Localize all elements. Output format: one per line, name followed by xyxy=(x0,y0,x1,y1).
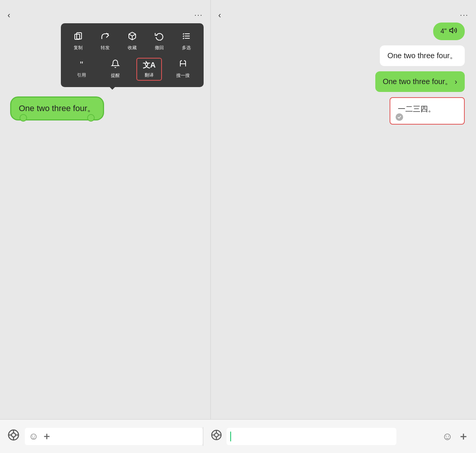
menu-item-recall[interactable]: 撤回 xyxy=(147,29,172,53)
remind-icon xyxy=(111,59,120,71)
text-cursor xyxy=(230,432,231,441)
menu-item-multiselect[interactable]: 多选 xyxy=(174,29,199,53)
received-message-1[interactable]: One two three four。 xyxy=(380,45,465,66)
right-emoji-button[interactable]: ☺ xyxy=(442,430,453,442)
multiselect-label: 多选 xyxy=(182,45,191,51)
left-more-button[interactable]: ··· xyxy=(194,11,203,19)
menu-item-forward[interactable]: 转发 xyxy=(92,29,118,53)
translate-icon: 文A xyxy=(143,60,156,70)
recall-icon xyxy=(155,32,164,43)
sent-text-1: One two three four。 xyxy=(383,77,453,87)
sent-message-1[interactable]: One two three four。 › xyxy=(375,71,465,92)
menu-item-search[interactable]: 搜一搜 xyxy=(170,57,196,81)
left-bubble-text: One two three four。 xyxy=(19,104,95,113)
voice-message[interactable]: 4" xyxy=(433,23,465,40)
translation-box: 一二三四。 xyxy=(390,97,465,125)
svg-rect-0 xyxy=(77,33,82,39)
left-input-area[interactable]: ☺ ＋ xyxy=(25,428,203,445)
sent-check-icon xyxy=(396,113,403,121)
left-panel: ‹ ··· 复制 xyxy=(0,0,210,453)
svg-point-18 xyxy=(215,433,218,437)
svg-line-10 xyxy=(184,60,186,61)
svg-rect-1 xyxy=(75,34,80,39)
menu-row-1: 复制 转发 xyxy=(65,29,200,53)
quote-icon: " xyxy=(80,60,83,70)
quote-label: 引用 xyxy=(77,72,86,78)
right-panel: ‹ ··· 4" One two three four。 One two thr… xyxy=(211,0,476,453)
svg-line-9 xyxy=(180,60,182,61)
search-label: 搜一搜 xyxy=(176,72,190,79)
copy-icon xyxy=(74,32,83,43)
context-menu: 复制 转发 xyxy=(61,23,204,87)
voice-duration: 4" xyxy=(441,27,447,35)
left-bubble[interactable]: One two three four。 xyxy=(11,98,103,119)
right-back-button[interactable]: ‹ xyxy=(218,11,221,20)
left-message-area: One two three four。 xyxy=(11,98,103,119)
copy-label: 复制 xyxy=(74,45,83,51)
favorite-icon xyxy=(128,32,137,43)
menu-item-translate[interactable]: 文A 翻译 xyxy=(136,58,162,81)
search-icon xyxy=(178,59,187,71)
svg-point-12 xyxy=(12,433,16,437)
toolbar-left: ☺ ＋ xyxy=(8,428,203,445)
left-header: ‹ ··· xyxy=(0,0,210,15)
forward-label: 转发 xyxy=(101,45,110,51)
received-text-1: One two three four。 xyxy=(387,51,457,60)
forward-icon xyxy=(101,32,110,43)
menu-item-copy[interactable]: 复制 xyxy=(65,29,91,53)
message-arrow-icon: › xyxy=(455,77,457,86)
left-emoji-button[interactable]: ☺ xyxy=(29,430,39,442)
right-voice-button[interactable] xyxy=(211,429,222,443)
bottom-toolbar: ☺ ＋ ☺ ＋ xyxy=(0,419,476,453)
right-more-button[interactable]: ··· xyxy=(460,11,468,19)
voice-icon xyxy=(449,26,457,36)
left-plus-button[interactable]: ＋ xyxy=(42,430,51,443)
right-header: ‹ ··· xyxy=(211,0,476,15)
recall-label: 撤回 xyxy=(155,45,164,51)
translation-text: 一二三四。 xyxy=(398,105,435,113)
toolbar-right: ☺ ＋ xyxy=(401,429,468,444)
menu-item-favorite[interactable]: 收藏 xyxy=(119,29,145,53)
menu-item-remind[interactable]: 提醒 xyxy=(103,57,128,81)
remind-label: 提醒 xyxy=(111,72,120,79)
right-messages: 4" One two three four。 One two three fou… xyxy=(211,15,476,132)
right-plus-button[interactable]: ＋ xyxy=(458,429,468,444)
translate-label: 翻译 xyxy=(145,72,154,78)
menu-item-quote[interactable]: " 引用 xyxy=(69,57,94,81)
left-back-button[interactable]: ‹ xyxy=(8,11,10,20)
menu-row-2: " 引用 提醒 文A 翻译 xyxy=(65,57,200,81)
multiselect-icon xyxy=(182,32,191,43)
favorite-label: 收藏 xyxy=(128,45,137,51)
left-voice-button[interactable] xyxy=(8,429,20,444)
